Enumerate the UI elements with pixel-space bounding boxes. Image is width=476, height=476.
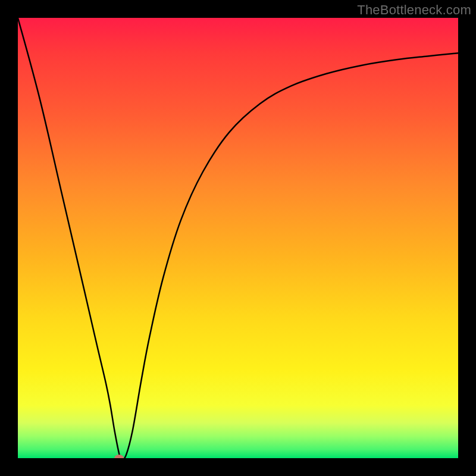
watermark-text: TheBottleneck.com: [357, 2, 471, 18]
bottleneck-curve: [18, 18, 458, 458]
chart-frame: TheBottleneck.com: [0, 0, 476, 476]
curve-min-marker: [114, 455, 124, 458]
chart-svg: [18, 18, 458, 458]
plot-area: [18, 18, 458, 458]
